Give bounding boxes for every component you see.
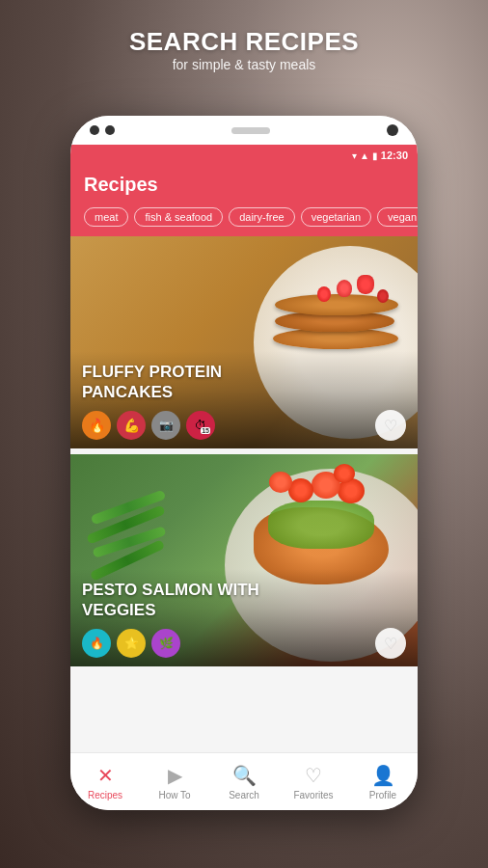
nav-label-favorites: Favorites	[293, 790, 333, 800]
nav-item-recipes[interactable]: ✕ Recipes	[70, 758, 140, 806]
nav-icon-recipes: ✕	[97, 764, 114, 787]
salmon-icon-btn-2[interactable]: ⭐	[117, 629, 146, 658]
app-title: Recipes	[84, 174, 404, 196]
recipe-card-pancakes[interactable]: FLUFFY PROTEINPANCAKES 🔥 💪 📷	[70, 236, 418, 448]
pancakes-icons-row: 🔥 💪 📷 ⏱ 15	[82, 410, 406, 441]
promo-headline: SEARCH RECIPES	[0, 27, 488, 57]
tomato-4	[269, 472, 292, 493]
camera-dot-1	[90, 125, 99, 135]
leaf-icon: 🌿	[159, 637, 174, 650]
strawberry-2	[337, 280, 352, 297]
pesto-topping	[268, 501, 374, 549]
camera-dot-2	[105, 125, 115, 135]
bottom-nav: ✕ Recipes ▶ How To 🔍 Search ♡ Favorites …	[70, 752, 418, 810]
chip-meat[interactable]: meat	[84, 207, 128, 227]
chip-dairy-free[interactable]: dairy-free	[229, 207, 294, 227]
pancakes-title: FLUFFY PROTEINPANCAKES	[82, 363, 406, 402]
strawberry-1	[357, 275, 374, 294]
muscle-icon: 💪	[123, 418, 140, 433]
salmon-title: PESTO SALMON WITHVEGGIES	[82, 581, 406, 620]
salmon-favorite-btn[interactable]: ♡	[375, 628, 406, 659]
camera-right	[387, 124, 398, 136]
nav-item-search[interactable]: 🔍 Search	[209, 758, 279, 806]
camera-icon: 📷	[159, 419, 174, 432]
clock: 12:30	[381, 149, 408, 161]
camera-icon-btn[interactable]: 📷	[151, 411, 180, 440]
salmon-icon-btn-3[interactable]: 🌿	[151, 629, 180, 658]
chip-vegetarian[interactable]: vegetarian	[301, 207, 371, 227]
fire-icon: 🔥	[89, 418, 105, 433]
status-bar: ▾ ▲ ▮ 12:30	[70, 145, 418, 166]
wifi-icon: ▾	[352, 150, 357, 161]
salmon-icon-group: 🔥 ⭐ 🌿	[82, 629, 180, 658]
timer-icon-btn[interactable]: ⏱ 15	[186, 411, 215, 440]
phone-frame: ▾ ▲ ▮ 12:30 Recipes meat fish & seafood …	[70, 116, 418, 810]
timer-icon-group: ⏱ 15	[195, 419, 206, 432]
heart-icon: ♡	[384, 417, 397, 435]
flame-icon: 🔥	[90, 637, 104, 650]
pancakes-card-overlay: FLUFFY PROTEINPANCAKES 🔥 💪 📷	[70, 351, 418, 448]
phone-top-bar	[70, 116, 418, 145]
pancakes-icon-group: 🔥 💪 📷 ⏱ 15	[82, 411, 215, 440]
nav-label-profile: Profile	[369, 790, 396, 800]
app-screen: ▾ ▲ ▮ 12:30 Recipes meat fish & seafood …	[70, 145, 418, 810]
timer-number: 15	[201, 427, 210, 434]
nav-item-howto[interactable]: ▶ How To	[140, 758, 209, 806]
nav-icon-search: 🔍	[232, 764, 257, 787]
strawberry-3	[317, 286, 331, 302]
nav-label-search: Search	[229, 790, 259, 800]
fire-icon-btn[interactable]: 🔥	[82, 411, 111, 440]
nav-icon-howto: ▶	[168, 764, 182, 787]
salmon-icon-btn-1[interactable]: 🔥	[82, 629, 111, 658]
nav-icon-profile: 👤	[371, 764, 395, 787]
chip-vegan[interactable]: vegan	[377, 207, 418, 227]
phone-speaker	[231, 127, 270, 134]
muscle-icon-btn[interactable]: 💪	[117, 411, 146, 440]
nav-icon-favorites: ♡	[305, 764, 322, 787]
nav-label-recipes: Recipes	[88, 790, 122, 800]
salmon-heart-icon: ♡	[384, 635, 397, 653]
strawberry-4	[377, 289, 389, 303]
chip-fish-seafood[interactable]: fish & seafood	[134, 207, 223, 227]
promo-text: SEARCH RECIPES for simple & tasty meals	[0, 27, 488, 72]
signal-icon: ▲	[360, 150, 369, 161]
pancakes-favorite-btn[interactable]: ♡	[375, 410, 406, 441]
salmon-icons-row: 🔥 ⭐ 🌿 ♡	[82, 628, 406, 659]
star-icon: ⭐	[124, 637, 139, 650]
filter-chips-container: meat fish & seafood dairy-free vegetaria…	[70, 207, 418, 236]
nav-label-howto: How To	[158, 790, 190, 800]
promo-subheadline: for simple & tasty meals	[0, 57, 488, 72]
nav-item-favorites[interactable]: ♡ Favorites	[279, 758, 348, 806]
status-icons: ▾ ▲ ▮ 12:30	[352, 149, 408, 161]
recipes-list: FLUFFY PROTEINPANCAKES 🔥 💪 📷	[70, 236, 418, 752]
camera-dot-3	[387, 124, 398, 136]
app-header: Recipes	[70, 166, 418, 207]
battery-icon: ▮	[372, 150, 378, 161]
salmon-card-overlay: PESTO SALMON WITHVEGGIES 🔥 ⭐ 🌿	[70, 569, 418, 666]
recipe-card-salmon[interactable]: PESTO SALMON WITHVEGGIES 🔥 ⭐ 🌿	[70, 454, 418, 666]
tomato-5	[334, 464, 355, 483]
camera-left	[90, 125, 115, 135]
nav-item-profile[interactable]: 👤 Profile	[348, 758, 418, 806]
